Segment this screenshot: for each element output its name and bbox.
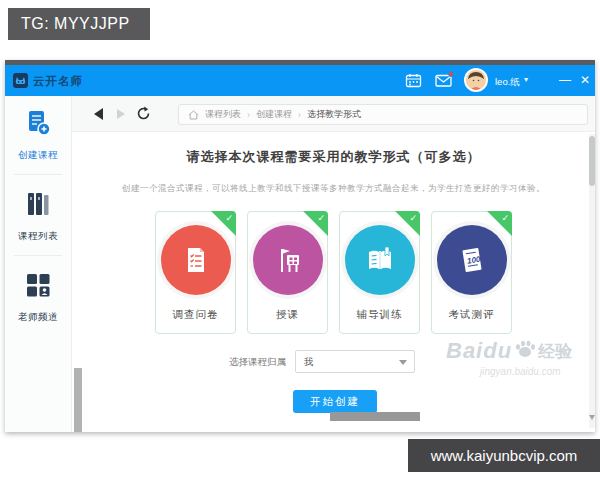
user-menu-caret-icon[interactable]: ▾ [524,75,528,84]
main-content: 请选择本次课程需要采用的教学形式（可多选） 创建一个混合式课程，可以将线上教学和… [72,132,595,432]
scrollbar-thumb[interactable] [589,136,595,186]
page-subtitle: 创建一个混合式课程，可以将线上教学和线下授课等多种教学方式融合起来，为学生打造更… [72,183,595,195]
teaching-format-cards: ✓ [72,211,595,334]
course-owner-select[interactable]: 我 [295,350,415,373]
refresh-icon[interactable] [136,106,151,125]
breadcrumb-item-create-course[interactable]: 创建课程 [256,108,292,121]
site-banner: www.kaiyunbcvip.com [408,439,600,472]
course-list-icon [23,189,53,219]
card-lecture[interactable]: ✓ [247,211,328,334]
course-owner-label: 选择课程归属 [220,356,286,369]
sidebar-divider [14,255,62,256]
lecture-icon [253,225,323,295]
check-icon: ✓ [409,213,417,223]
select-caret-icon [399,360,407,365]
course-owner-row: 选择课程归属 我 [72,350,595,373]
card-survey[interactable]: ✓ [155,211,236,334]
sidebar-divider [14,174,62,175]
app-window: 云开名师 [5,60,595,432]
background-window-artifact [74,368,82,432]
exam-icon: 100 [437,225,507,295]
forward-icon[interactable] [117,109,125,119]
tg-banner: TG: MYYJJPP [8,8,150,40]
app-title: 云开名师 [33,74,83,89]
card-label: 考试测评 [432,308,511,322]
app-logo-icon [13,73,28,88]
check-icon: ✓ [225,213,233,223]
teacher-channel-icon [23,270,53,300]
username-label[interactable]: leo.纸 [495,76,520,89]
card-label: 辅导训练 [340,308,419,322]
background-window-artifact [330,412,420,421]
scroll-down-icon[interactable] [589,415,595,420]
check-icon: ✓ [317,213,325,223]
user-avatar[interactable] [464,68,488,92]
sidebar: 创建课程 课程列表 [5,96,72,432]
tutoring-icon [345,225,415,295]
page-title: 请选择本次课程需要采用的教学形式（可多选） [72,148,595,166]
titlebar: 云开名师 [5,65,595,96]
screenshot-canvas: TG: MYYJJPP 云开名师 [0,0,600,480]
back-icon[interactable] [94,108,103,120]
sidebar-item-label: 创建课程 [5,149,71,162]
breadcrumb-item-choose-format[interactable]: 选择教学形式 [307,108,361,121]
window-body: 创建课程 课程列表 [5,96,595,432]
minimize-button[interactable]: — [557,71,573,89]
card-exam[interactable]: ✓ 100 考试测评 [431,211,512,334]
sidebar-item-course-list[interactable]: 课程列表 [5,177,71,253]
sidebar-item-label: 老师频道 [5,311,71,324]
notification-dot [448,71,454,77]
breadcrumb-separator: › [247,110,250,120]
course-owner-value: 我 [304,356,314,367]
create-course-icon [23,108,53,138]
sidebar-item-create-course[interactable]: 创建课程 [5,96,71,172]
survey-icon [161,225,231,295]
mail-icon[interactable] [435,73,452,91]
card-label: 调查问卷 [156,308,235,322]
sidebar-item-label: 课程列表 [5,230,71,243]
start-create-button[interactable]: 开始创建 [293,390,377,413]
card-label: 授课 [248,308,327,322]
card-tutoring[interactable]: ✓ [339,211,420,334]
close-button[interactable]: ✕ [577,71,593,89]
breadcrumb: 课程列表 › 创建课程 › 选择教学形式 [178,104,588,125]
sidebar-item-teacher-channel[interactable]: 老师频道 [5,258,71,334]
breadcrumb-separator: › [298,110,301,120]
check-icon: ✓ [501,213,509,223]
scrollbar-track[interactable] [589,134,595,428]
schedule-icon[interactable] [405,73,422,92]
toolbar: 课程列表 › 创建课程 › 选择教学形式 [72,96,595,132]
breadcrumb-item-course-list[interactable]: 课程列表 [205,108,241,121]
home-icon[interactable] [188,110,199,120]
